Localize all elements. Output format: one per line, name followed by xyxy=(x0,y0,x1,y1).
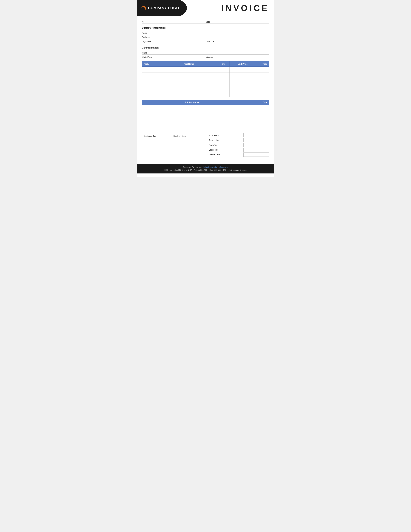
mileage-colon: : xyxy=(226,56,230,58)
date-colon: : xyxy=(226,21,230,23)
totals-section: Total Parts Total Labor Parts Tax Labor … xyxy=(208,133,269,157)
footer-url[interactable]: http://freewordtemplates.net/ xyxy=(204,166,228,168)
footer-company: Company System Inc. xyxy=(183,166,202,168)
car-section-header: Car Information: xyxy=(142,47,269,50)
job-total-cell[interactable] xyxy=(243,118,269,124)
table-row xyxy=(142,118,269,124)
col-part: Part # xyxy=(142,61,160,66)
customer-sign-box[interactable]: Customer Sign xyxy=(142,133,170,149)
job-cell[interactable] xyxy=(142,118,243,124)
total-parts-row: Total Parts xyxy=(208,133,269,137)
job-cell[interactable] xyxy=(142,124,243,131)
customer-section-header: Customer Information: xyxy=(142,27,269,30)
cashier-sign-box[interactable]: [Cashier] Sign xyxy=(172,133,200,149)
zip-label: ZIP Code xyxy=(206,40,226,43)
job-total-cell[interactable] xyxy=(243,105,269,111)
sign-section: Customer Sign [Cashier] Sign xyxy=(142,133,205,149)
parts-table-header: Part # Part Name Qty Unit Price Total xyxy=(142,61,269,66)
no-colon: : xyxy=(163,21,166,23)
col-job: Job Performed xyxy=(142,100,243,105)
parts-tax-row: Parts Tax xyxy=(208,143,269,147)
make-label: Make xyxy=(142,52,163,54)
part-cell[interactable] xyxy=(142,85,160,91)
total-parts-value[interactable] xyxy=(243,133,269,137)
labor-tax-label: Labor Tax xyxy=(208,149,243,151)
name-row: Name : xyxy=(142,31,269,35)
part-cell[interactable] xyxy=(142,79,160,85)
total-labor-value[interactable] xyxy=(243,138,269,142)
total-labor-row: Total Labor xyxy=(208,138,269,142)
qty-cell[interactable] xyxy=(218,66,230,73)
price-cell[interactable] xyxy=(229,79,249,85)
total-cell[interactable] xyxy=(249,85,269,91)
grand-total-value[interactable] xyxy=(243,152,269,157)
name-cell[interactable] xyxy=(160,79,218,85)
model-label: Model/Year xyxy=(142,56,163,58)
part-cell[interactable] xyxy=(142,73,160,79)
parts-table: Part # Part Name Qty Unit Price Total xyxy=(142,61,269,97)
total-cell[interactable] xyxy=(249,73,269,79)
job-total-cell[interactable] xyxy=(243,111,269,118)
name-cell[interactable] xyxy=(160,66,218,73)
grand-total-row: Grand Total xyxy=(208,152,269,157)
price-cell[interactable] xyxy=(229,66,249,73)
table-row xyxy=(142,79,269,85)
qty-cell[interactable] xyxy=(218,73,230,79)
name-label: Name xyxy=(142,32,163,34)
invoice-info-row: No : Date : xyxy=(142,19,269,24)
logo-section: COMPANY LOGO xyxy=(137,0,188,16)
city-zip-row: City/State : ZIP Code : xyxy=(142,39,269,43)
parts-tax-label: Parts Tax xyxy=(208,144,243,146)
content: No : Date : Customer Information: Name :… xyxy=(137,16,274,161)
part-cell[interactable] xyxy=(142,91,160,97)
total-cell[interactable] xyxy=(249,79,269,85)
address-row: Address : xyxy=(142,35,269,39)
job-cell[interactable] xyxy=(142,111,243,118)
name-cell[interactable] xyxy=(160,91,218,97)
header-title: INVOICE xyxy=(188,0,274,16)
customer-sign-label: Customer Sign xyxy=(144,135,168,137)
name-cell[interactable] xyxy=(160,85,218,91)
part-cell[interactable] xyxy=(142,66,160,73)
logo-icon xyxy=(140,5,147,11)
name-cell[interactable] xyxy=(160,73,218,79)
total-cell[interactable] xyxy=(249,66,269,73)
footer: Company System Inc. | http://freewordtem… xyxy=(137,164,274,173)
parts-tax-value[interactable] xyxy=(243,143,269,147)
table-row xyxy=(142,111,269,118)
price-cell[interactable] xyxy=(229,91,249,97)
city-colon: : xyxy=(163,40,166,43)
col-price: Unit Price xyxy=(229,61,249,66)
bottom-section: Customer Sign [Cashier] Sign Total Parts… xyxy=(142,133,269,159)
price-cell[interactable] xyxy=(229,73,249,79)
price-cell[interactable] xyxy=(229,85,249,91)
job-total-cell[interactable] xyxy=(243,124,269,131)
footer-line1: Company System Inc. | http://freewordtem… xyxy=(139,166,272,168)
col-total: Total xyxy=(249,61,269,66)
labor-tax-value[interactable] xyxy=(243,148,269,152)
date-label: Date xyxy=(206,21,226,23)
job-cell[interactable] xyxy=(142,105,243,111)
col-total-labor: Total xyxy=(243,100,269,105)
zip-half: ZIP Code : xyxy=(206,40,269,43)
mileage-label: Mileage xyxy=(206,56,226,58)
table-row xyxy=(142,85,269,91)
col-name: Part Name xyxy=(160,61,218,66)
col-qty: Qty xyxy=(218,61,230,66)
make-row: Make : xyxy=(142,51,269,55)
mileage-half: Mileage : xyxy=(206,56,269,58)
qty-cell[interactable] xyxy=(218,91,230,97)
qty-cell[interactable] xyxy=(218,85,230,91)
city-half: City/State : xyxy=(142,40,206,43)
qty-cell[interactable] xyxy=(218,79,230,85)
invoice-date-section: Date : xyxy=(206,21,269,23)
grand-total-label: Grand Total xyxy=(208,153,243,156)
no-label: No xyxy=(142,21,163,23)
logo-text: COMPANY LOGO xyxy=(148,6,179,10)
zip-colon: : xyxy=(226,40,230,43)
total-cell[interactable] xyxy=(249,91,269,97)
model-mileage-row: Model/Year : Mileage : xyxy=(142,55,269,59)
total-parts-label: Total Parts xyxy=(208,134,243,137)
invoice-title: INVOICE xyxy=(221,3,269,13)
model-colon: : xyxy=(163,56,166,58)
